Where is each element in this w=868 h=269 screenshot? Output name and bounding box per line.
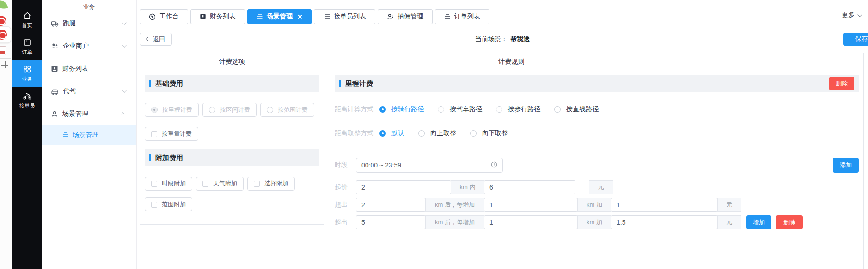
radio-label: 按骑行路径 [391,105,424,114]
tab-commission[interactable]: 抽佣管理 [378,9,433,24]
over-distance-input[interactable]: 2 [356,198,426,212]
sidebar-item-home[interactable]: 首页 [12,7,42,34]
radio-round-default[interactable]: 默认 [379,129,404,137]
over-step-input[interactable]: 1 [484,198,578,212]
radio-round-down[interactable]: 向下取整 [470,129,508,137]
unit-km-add: km 加 [577,215,611,229]
car-icon [51,88,59,95]
delete-rule-button[interactable]: 删除 [829,77,854,90]
plus-icon[interactable] [1,61,8,68]
extra-fee-section-bar: 附加费用 [145,149,319,166]
more-dropdown[interactable]: 更多 [842,11,861,19]
row-label: 距离计算方式 [335,105,374,114]
pdf-doc-icon[interactable] [0,46,6,55]
scene-lines-icon [444,14,451,19]
over-price-input[interactable]: 1 [611,198,718,212]
time-range-input[interactable]: 00:00 ~ 23:59 [356,158,503,173]
row-label: 起价 [335,183,356,191]
rider-icon [23,92,32,100]
divider [335,149,859,149]
base-price-row: 起价 2 km 内 6 元 [335,180,859,194]
base-price-input[interactable]: 6 [484,180,575,194]
menu-item-driving[interactable]: 代驾 [42,80,136,102]
clock-icon [491,161,497,169]
billing-rules-panel: 计费规则 里程计费 删除 距离计算方式 按骑行路径 按驾车路径 [330,53,864,269]
list-icon [62,132,69,139]
tab-workbench[interactable]: 工作台 [140,9,188,24]
option-by-mileage[interactable]: 按里程计费 [145,103,199,117]
radio-icon [418,130,425,137]
order-icon [23,38,31,47]
chevron-down-icon [857,12,862,17]
option-weather-surcharge[interactable]: 天气附加 [196,177,244,191]
menu-item-label: 场景管理 [62,110,88,118]
primary-sidebar: 首页 订单 业务 接单员 [12,0,42,269]
option-range-surcharge[interactable]: 范围附加 [145,197,192,211]
panel-title: 计费选项 [140,53,324,70]
close-icon[interactable] [297,14,302,19]
checkbox-icon [202,181,208,187]
menu-item-finance[interactable]: 财务列表 [42,57,136,80]
option-by-range[interactable]: 按范围计费 [260,103,314,117]
back-label: 返回 [153,35,165,43]
radio-icon [438,106,444,113]
checkbox-icon [254,181,260,187]
merchants-icon [51,42,59,50]
add-time-period-button[interactable]: 添加 [833,158,859,173]
radio-walking-route[interactable]: 按步行路径 [496,105,540,114]
secondary-sidebar: 业务 跑腿 企业商户 财务列表 [42,0,137,269]
tab-label: 订单列表 [454,12,480,21]
radio-round-up[interactable]: 向上取整 [418,129,456,137]
sidebar-item-couriers[interactable]: 接单员 [12,87,42,114]
tab-label: 接单员列表 [334,12,366,21]
over-step-input[interactable]: 1 [484,215,578,229]
menu-item-merchants[interactable]: 企业商户 [42,35,136,57]
main-area: 工作台 财务列表 场景管理 [137,0,868,269]
sidebar-item-label: 接单员 [19,102,35,109]
unit-yuan: 元 [717,215,741,229]
over-distance-input[interactable]: 5 [356,215,426,229]
radio-driving-route[interactable]: 按驾车路径 [438,105,482,114]
chevron-left-icon [146,37,151,42]
delete-tier-button[interactable]: 删除 [776,215,803,229]
scene-value: 帮我送 [510,35,530,43]
submenu-item-scene-management[interactable]: 场景管理 [42,125,136,145]
option-by-interval[interactable]: 按区间计费 [202,103,257,117]
radio-straight-route[interactable]: 按直线路径 [554,105,599,114]
option-select-surcharge[interactable]: 选择附加 [247,177,295,191]
radio-selected-disabled-icon [151,107,158,113]
add-tier-button[interactable]: 增加 [746,215,771,229]
radio-label: 默认 [391,129,404,137]
tab-finance-list[interactable]: 财务列表 [190,9,245,24]
tab-scene-management[interactable]: 场景管理 [247,9,312,24]
over-price-input[interactable]: 1.5 [611,215,718,229]
unit-km-after-each: km 后，每增加 [425,215,484,229]
option-by-weight[interactable]: 按重量计费 [145,127,198,141]
group-title-text: 业务 [83,3,95,11]
list-dots-icon [323,14,330,19]
truck-icon [51,20,59,27]
back-button[interactable]: 返回 [140,33,172,46]
radio-riding-route[interactable]: 按骑行路径 [379,105,424,114]
unit-km-add: km 加 [577,198,611,212]
browser-strip [0,0,12,269]
section-title: 里程计费 [345,79,373,88]
base-distance-input[interactable]: 2 [356,180,451,194]
scene-lines-icon [257,14,263,19]
option-time-surcharge[interactable]: 时段附加 [145,177,192,191]
finance-badge-icon [51,65,58,72]
option-label: 按里程计费 [162,106,192,114]
unit-km-after-each: km 后，每增加 [425,198,484,212]
tab-order-list[interactable]: 订单列表 [435,9,489,24]
home-icon [23,12,31,20]
row-label: 超出 [335,218,356,227]
tab-courier-list[interactable]: 接单员列表 [314,9,375,24]
menu-item-errand[interactable]: 跑腿 [42,12,136,35]
red-favicon[interactable] [0,16,6,26]
save-button[interactable]: 保存 [843,33,868,46]
chevron-down-icon [122,43,127,48]
menu-item-scenes[interactable]: 场景管理 [42,102,136,125]
commission-person-icon [387,13,394,20]
sidebar-item-business[interactable]: 业务 [12,60,42,87]
sidebar-item-orders[interactable]: 订单 [12,34,42,60]
